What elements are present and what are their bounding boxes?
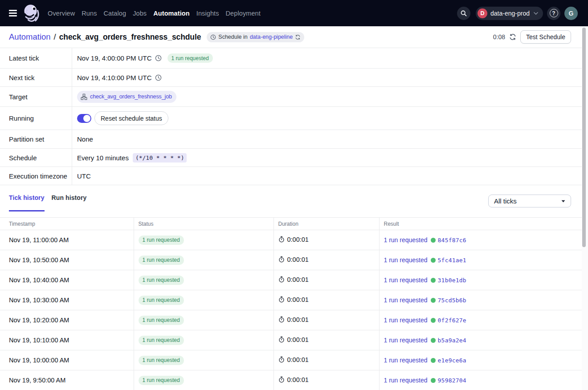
tick-duration-cell: 0:00:01 <box>274 370 379 390</box>
test-schedule-button[interactable]: Test Schedule <box>520 30 571 44</box>
tick-status-cell: 1 run requested <box>134 330 274 350</box>
tick-result-cell: 1 run requested 31b0e1db <box>379 270 582 290</box>
tick-duration: 0:00:01 <box>287 296 309 303</box>
code-location-link[interactable]: data-eng-pipeline <box>250 34 293 40</box>
run-success-dot-icon <box>431 338 436 343</box>
nav-item[interactable]: Jobs <box>133 10 147 17</box>
tab[interactable]: Tick history <box>9 194 45 211</box>
run-success-dot-icon <box>431 258 436 263</box>
target-job-link[interactable]: check_avg_orders_freshness_job <box>90 93 172 100</box>
reset-schedule-status-button[interactable]: Reset schedule status <box>94 111 168 125</box>
tick-status-badge: 1 run requested <box>139 236 184 245</box>
stopwatch-icon <box>278 356 285 363</box>
tick-row: Nov 19, 10:10:00 AM 1 run requested 0:00… <box>0 330 582 350</box>
nav-item[interactable]: Deployment <box>226 10 261 17</box>
run-success-dot-icon <box>431 378 436 383</box>
stopwatch-icon <box>278 336 285 343</box>
tick-duration: 0:00:01 <box>287 316 309 323</box>
property-label: Execution timezone <box>0 167 72 185</box>
tick-filter-value: All ticks <box>494 197 517 205</box>
nav-item[interactable]: Catalog <box>103 10 126 17</box>
help-button[interactable]: ? <box>547 7 560 20</box>
search-button[interactable] <box>457 7 470 20</box>
tick-row: Nov 19, 10:00:00 AM 1 run requested 0:00… <box>0 350 582 370</box>
tick-result-cell: 1 run requested b5a9a2e4 <box>379 330 582 350</box>
tick-timestamp: Nov 19, 10:30:00 AM <box>0 290 134 310</box>
latest-tick-status-badge: 1 run requested <box>167 53 213 63</box>
refresh-button[interactable] <box>509 33 516 41</box>
run-id-link[interactable]: b5a9a2e4 <box>438 337 466 344</box>
execution-timezone-value: UTC <box>77 172 91 180</box>
runs-requested-link[interactable]: 1 run requested <box>384 276 428 284</box>
run-success-dot-icon <box>431 278 436 283</box>
target-job-chip[interactable]: check_avg_orders_freshness_job <box>77 91 176 103</box>
deployment-switcher[interactable]: D data-eng-prod <box>476 7 543 20</box>
runs-requested-link[interactable]: 1 run requested <box>384 337 428 344</box>
chevron-down-icon <box>534 12 538 15</box>
tick-duration-cell: 0:00:01 <box>274 230 379 250</box>
runs-requested-link[interactable]: 1 run requested <box>384 317 428 324</box>
code-location-prefix: Schedule in <box>218 34 247 40</box>
cron-expression: (*/10 * * * *) <box>133 153 187 162</box>
run-success-dot-icon <box>431 358 436 363</box>
tick-status-cell: 1 run requested <box>134 370 274 390</box>
tick-row: Nov 19, 10:30:00 AM 1 run requested 0:00… <box>0 290 582 310</box>
run-id-link[interactable]: 95982704 <box>438 377 466 384</box>
running-toggle[interactable] <box>77 114 91 123</box>
property-label: Partition set <box>0 130 72 148</box>
refresh-countdown: 0:08 <box>493 33 505 41</box>
tick-result-cell: 1 run requested e1e9ce6a <box>379 350 582 370</box>
tick-row: Nov 19, 10:50:00 AM 1 run requested 0:00… <box>0 250 582 270</box>
tick-duration-cell: 0:00:01 <box>274 350 379 370</box>
menu-icon[interactable] <box>9 10 17 16</box>
run-id-link[interactable]: e1e9ce6a <box>438 357 466 364</box>
tick-status-badge: 1 run requested <box>139 316 184 325</box>
tick-filter-select[interactable]: All ticks <box>488 195 571 207</box>
dagster-logo-icon[interactable] <box>24 4 40 24</box>
tick-result-cell: 1 run requested 845f87c6 <box>379 230 582 250</box>
run-id-link[interactable]: 31b0e1db <box>438 277 466 284</box>
run-id-link[interactable]: 5fc41ae1 <box>438 257 466 264</box>
clock-icon <box>210 34 216 40</box>
property-label: Running <box>0 107 72 130</box>
stopwatch-icon <box>278 376 285 383</box>
page-header: Automation / check_avg_orders_freshness_… <box>0 26 588 48</box>
tick-duration: 0:00:01 <box>287 236 309 243</box>
property-label: Target <box>0 87 72 106</box>
tick-timestamp: Nov 19, 9:50:00 AM <box>0 370 134 390</box>
tick-result-cell: 1 run requested 95982704 <box>379 370 582 390</box>
tick-duration-cell: 0:00:01 <box>274 330 379 350</box>
tick-row: Nov 19, 10:40:00 AM 1 run requested 0:00… <box>0 270 582 290</box>
tick-timestamp: Nov 19, 10:00:00 AM <box>0 350 134 370</box>
run-id-link[interactable]: 75cd5b6b <box>438 297 466 304</box>
schedule-value: Every 10 minutes <box>77 154 129 162</box>
reload-icon[interactable] <box>295 34 301 40</box>
column-header-timestamp: Timestamp <box>0 218 134 230</box>
column-header-status: Status <box>134 218 274 230</box>
property-label: Latest tick <box>0 48 72 68</box>
nav-item[interactable]: Automation <box>153 10 190 17</box>
scrollbar-track[interactable] <box>582 26 588 390</box>
run-id-link[interactable]: 845f87c6 <box>438 237 466 244</box>
breadcrumb-automation-link[interactable]: Automation <box>9 32 51 42</box>
nav-item[interactable]: Overview <box>48 10 75 17</box>
nav-item[interactable]: Runs <box>82 10 97 17</box>
runs-requested-link[interactable]: 1 run requested <box>384 377 428 384</box>
runs-requested-link[interactable]: 1 run requested <box>384 256 428 264</box>
stopwatch-icon <box>278 296 285 303</box>
tab[interactable]: Run history <box>52 194 87 211</box>
run-id-link[interactable]: 0f2f627e <box>438 317 466 324</box>
tick-status-cell: 1 run requested <box>134 270 274 290</box>
runs-requested-link[interactable]: 1 run requested <box>384 357 428 364</box>
tick-duration: 0:00:01 <box>287 256 309 263</box>
clock-icon <box>155 74 162 81</box>
tick-history-table: Timestamp Status Duration Result Nov 19,… <box>0 217 582 390</box>
nav-item[interactable]: Insights <box>196 10 219 17</box>
tick-status-badge: 1 run requested <box>139 336 184 345</box>
runs-requested-link[interactable]: 1 run requested <box>384 297 428 304</box>
history-tabs-row: Tick history Run history All ticks <box>0 185 588 217</box>
runs-requested-link[interactable]: 1 run requested <box>384 236 428 244</box>
scrollbar-thumb[interactable] <box>582 28 586 247</box>
tick-timestamp: Nov 19, 10:10:00 AM <box>0 330 134 350</box>
user-avatar[interactable]: G <box>564 7 578 20</box>
